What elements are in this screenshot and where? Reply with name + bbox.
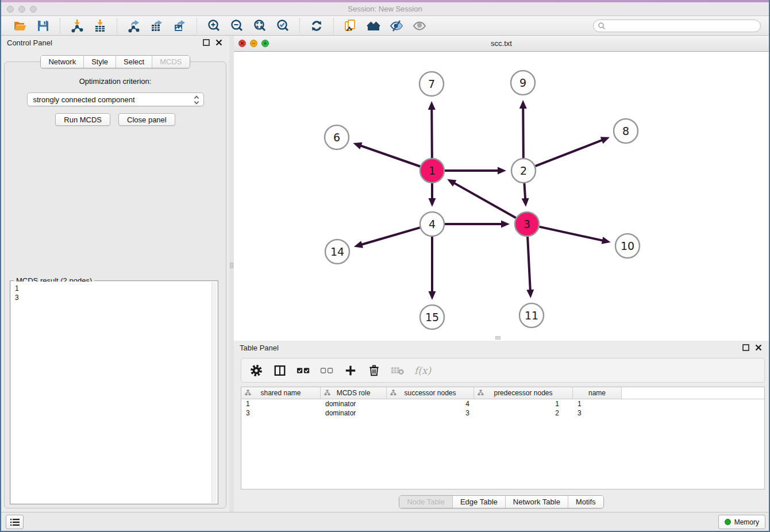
cell-predecessor-nodes[interactable]: 1 <box>474 400 573 408</box>
namespace-icon <box>478 390 484 398</box>
vertical-splitter[interactable] <box>229 36 234 513</box>
select-all-icon[interactable] <box>297 364 310 377</box>
import-network-icon[interactable] <box>70 18 84 33</box>
mcds-result-line: 3 <box>15 293 217 302</box>
cell-successor-nodes[interactable]: 3 <box>387 409 474 417</box>
memory-button[interactable]: Memory <box>718 515 765 529</box>
canvas-bottom-grip[interactable] <box>495 336 500 340</box>
graph-edge-1-7[interactable] <box>432 108 432 158</box>
node-table[interactable]: shared name MCDS role successor nodes pr… <box>241 387 765 489</box>
graph-edge-arrowhead <box>429 291 436 300</box>
zoom-selected-icon[interactable] <box>275 18 290 33</box>
criterion-dropdown[interactable]: strongly connected component <box>27 92 204 106</box>
graph-node-label: 11 <box>525 309 538 322</box>
graph-edge-arrowhead <box>600 137 610 144</box>
cell-successor-nodes[interactable]: 4 <box>387 400 474 408</box>
toolbar-separator <box>197 18 197 33</box>
deselect-all-icon[interactable] <box>320 364 334 377</box>
cell-name[interactable]: 3 <box>573 409 622 417</box>
splitter-grip[interactable] <box>230 263 233 268</box>
delete-table-icon[interactable] <box>391 364 405 377</box>
zoom-out-icon[interactable] <box>229 18 244 33</box>
tab-style[interactable]: Style <box>83 56 116 68</box>
graph-edge-2-3[interactable] <box>524 183 525 200</box>
tab-network-table[interactable]: Network Table <box>505 496 568 508</box>
run-mcds-button[interactable]: Run MCDS <box>55 113 110 126</box>
graph-node-label: 4 <box>429 218 436 230</box>
close-panel-button[interactable]: Close panel <box>118 113 175 126</box>
delete-icon[interactable] <box>367 364 381 377</box>
hide-selected-icon[interactable] <box>389 18 404 33</box>
tab-mcds[interactable]: MCDS <box>152 56 189 68</box>
close-panel-icon[interactable] <box>214 38 224 47</box>
zoom-in-icon[interactable] <box>206 18 221 33</box>
first-neighbors-icon[interactable] <box>366 18 381 33</box>
table-row[interactable]: 1 dominator 4 1 1 <box>241 399 764 408</box>
close-table-panel-icon[interactable] <box>754 343 763 352</box>
graph-edge-2-8[interactable] <box>536 140 603 166</box>
graph-edge-2-9[interactable] <box>523 107 523 158</box>
app-title: Session: New Session <box>1 5 769 13</box>
column-header-shared-name[interactable]: shared name <box>241 387 321 399</box>
table-row[interactable]: 3 dominator 3 2 3 <box>241 408 764 418</box>
cell-mcds-role[interactable]: dominator <box>321 409 387 417</box>
toolbar-separator <box>117 18 117 33</box>
control-panel-tabs: Network Style Select MCDS <box>40 55 190 68</box>
graph-edge-arrowhead <box>354 241 363 248</box>
cell-predecessor-nodes[interactable]: 2 <box>474 409 573 417</box>
cell-name[interactable]: 1 <box>573 400 622 408</box>
table-panel-title: Table Panel <box>240 344 279 352</box>
cell-mcds-role[interactable]: dominator <box>321 400 387 408</box>
export-network-icon[interactable] <box>126 18 141 33</box>
export-image-icon[interactable] <box>172 18 187 33</box>
tab-motifs[interactable]: Motifs <box>568 496 603 508</box>
column-panel-icon[interactable] <box>273 364 287 377</box>
graph-node-label: 7 <box>428 78 435 90</box>
zoom-fit-icon[interactable] <box>252 18 267 33</box>
search-field <box>593 20 761 32</box>
add-icon[interactable] <box>344 364 357 377</box>
tab-node-table[interactable]: Node Table <box>399 496 452 508</box>
function-builder-icon[interactable]: f(x) <box>414 365 431 376</box>
graph-edge-3-11[interactable] <box>528 237 530 291</box>
toolbar-separator <box>299 18 300 33</box>
cell-shared-name[interactable]: 3 <box>241 409 321 417</box>
graph-edge-1-6[interactable] <box>360 145 421 167</box>
column-header-successor-nodes[interactable]: successor nodes <box>387 387 474 399</box>
network-window-title: scc.txt <box>234 39 769 48</box>
float-panel-icon[interactable] <box>202 38 211 47</box>
mcds-result-groupbox: MCDS result (2 nodes) 1 3 <box>10 280 218 504</box>
memory-status-icon <box>725 519 731 525</box>
import-table-icon[interactable] <box>93 18 107 33</box>
save-icon[interactable] <box>36 18 51 33</box>
tab-select[interactable]: Select <box>116 56 152 68</box>
application-window: Session: New Session <box>0 0 770 532</box>
search-input[interactable] <box>593 20 761 32</box>
cell-shared-name[interactable]: 1 <box>241 400 321 408</box>
column-label: shared name <box>260 389 301 397</box>
task-history-button[interactable] <box>6 515 24 529</box>
column-header-predecessor-nodes[interactable]: predecessor nodes <box>474 387 573 399</box>
namespace-icon <box>245 390 251 398</box>
export-table-icon[interactable] <box>149 18 164 33</box>
graph-node-label: 8 <box>622 125 629 137</box>
column-header-name[interactable]: name <box>573 387 622 399</box>
network-canvas[interactable]: 7968124314101511 <box>234 52 769 340</box>
result-scrollbar[interactable] <box>211 282 217 503</box>
open-folder-icon[interactable] <box>13 18 28 33</box>
mcds-result-list[interactable]: 1 3 <box>11 282 217 503</box>
network-window-titlebar[interactable]: ✕ − + scc.txt <box>234 36 769 52</box>
tab-edge-table[interactable]: Edge Table <box>452 496 505 508</box>
tab-network[interactable]: Network <box>41 56 83 68</box>
graph-edge-3-10[interactable] <box>539 227 603 241</box>
graph-edge-3-1[interactable] <box>453 183 516 218</box>
show-all-icon[interactable] <box>412 18 427 33</box>
refresh-layout-icon[interactable] <box>309 18 324 33</box>
gear-icon[interactable] <box>249 364 263 377</box>
float-table-panel-icon[interactable] <box>741 343 750 352</box>
graph-edge-4-14[interactable] <box>360 228 420 245</box>
mcds-panel: Optimization criterion: strongly connect… <box>4 61 226 508</box>
column-header-mcds-role[interactable]: MCDS role <box>321 387 387 399</box>
toolbar-separator <box>60 18 60 33</box>
new-network-from-selection-icon[interactable] <box>343 18 358 33</box>
